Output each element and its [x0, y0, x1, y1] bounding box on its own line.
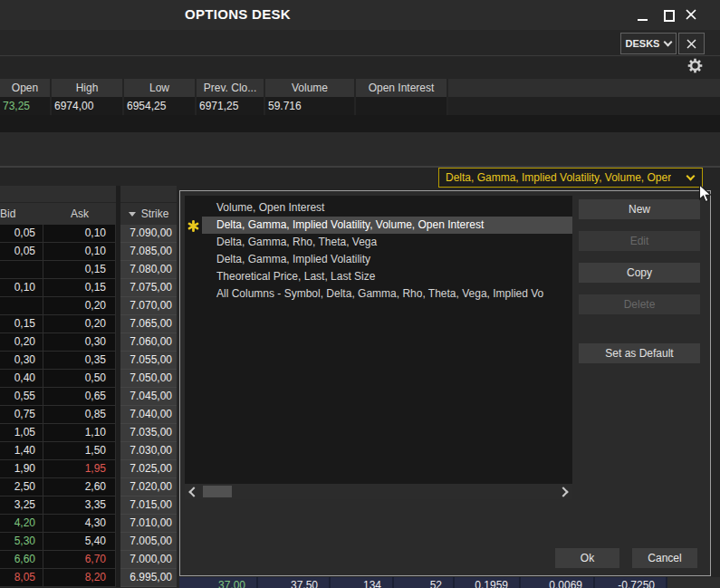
column-set-option[interactable]: Delta, Gamma, Rho, Theta, Vega: [185, 234, 572, 251]
strike-cell[interactable]: 7.090,00: [120, 225, 177, 243]
selected-data-row[interactable]: 37,0037,50134520.19590.0069-0.7250: [179, 577, 667, 588]
ask-cell[interactable]: 6,70: [43, 551, 116, 569]
copy-button[interactable]: Copy: [579, 263, 700, 283]
top-table-cell[interactable]: 6971,25: [197, 97, 265, 115]
new-button[interactable]: New: [579, 199, 700, 219]
selected-row-cell[interactable]: 37,00: [179, 577, 258, 588]
selected-row-cell[interactable]: 52: [394, 577, 455, 588]
scroll-right-icon[interactable]: [558, 487, 568, 496]
column-set-option[interactable]: Delta, Gamma, Implied Volatility, Volume…: [185, 217, 572, 234]
ask-cell[interactable]: 0,10: [43, 243, 116, 261]
top-table-data-row[interactable]: 73,256974,006954,256971,2559.716: [0, 97, 720, 115]
chain-row[interactable]: 0,050,107.085,00: [0, 243, 177, 261]
ask-cell[interactable]: 8,20: [43, 569, 116, 587]
strike-cell[interactable]: 7.045,00: [120, 388, 177, 406]
chain-row[interactable]: 2,502,607.020,00: [0, 478, 177, 496]
bid-cell[interactable]: 4,20: [0, 515, 43, 533]
strike-cell[interactable]: 7.075,00: [120, 279, 177, 297]
ask-cell[interactable]: 0,20: [43, 315, 116, 333]
bid-column-header[interactable]: Bid: [0, 203, 43, 225]
selected-row-cell[interactable]: 0.0069: [521, 577, 595, 588]
column-set-option[interactable]: Volume, Open Interest: [185, 199, 572, 217]
chain-row[interactable]: 1,901,957.025,00: [0, 460, 177, 478]
top-table-cell[interactable]: 6954,25: [124, 97, 197, 115]
scroll-left-icon[interactable]: [188, 487, 198, 496]
top-table-header[interactable]: High: [52, 79, 124, 97]
ask-cell[interactable]: 0,15: [43, 279, 116, 297]
ask-cell[interactable]: 0,50: [43, 370, 116, 388]
top-table-cell[interactable]: 59.716: [265, 97, 356, 115]
chain-row[interactable]: 8,058,206.995,00: [0, 569, 177, 587]
bid-cell[interactable]: 2,50: [0, 478, 43, 496]
ask-cell[interactable]: 2,60: [43, 478, 116, 496]
ok-button[interactable]: Ok: [555, 548, 619, 568]
top-table-header[interactable]: Open: [0, 79, 52, 97]
strike-cell[interactable]: 7.015,00: [120, 496, 177, 515]
chain-row[interactable]: 4,204,307.010,00: [0, 515, 177, 533]
bid-cell[interactable]: 6,60: [0, 551, 43, 569]
bid-cell[interactable]: 0,40: [0, 370, 43, 388]
bid-cell[interactable]: [0, 297, 43, 315]
close-icon[interactable]: [685, 8, 701, 24]
bid-cell[interactable]: 1,90: [0, 460, 43, 478]
chain-row[interactable]: 0,150,207.065,00: [0, 315, 177, 333]
column-set-option[interactable]: Delta, Gamma, Implied Volatility: [185, 251, 572, 268]
bid-cell[interactable]: 0,75: [0, 406, 43, 424]
bid-cell[interactable]: 8,05: [0, 569, 43, 587]
ask-cell[interactable]: 1,10: [43, 424, 116, 442]
chain-row[interactable]: 0,157.080,00: [0, 261, 177, 279]
strike-cell[interactable]: 7.010,00: [120, 515, 177, 533]
chain-row[interactable]: 0,550,657.045,00: [0, 388, 177, 406]
chain-row[interactable]: 5,305,407.005,00: [0, 533, 177, 551]
chain-row[interactable]: 0,400,507.050,00: [0, 370, 177, 388]
strike-column-header[interactable]: Strike: [120, 203, 177, 225]
strike-cell[interactable]: 7.070,00: [120, 297, 177, 315]
chain-row[interactable]: 0,100,157.075,00: [0, 279, 177, 297]
strike-cell[interactable]: 7.025,00: [120, 460, 177, 478]
ask-cell[interactable]: 0,85: [43, 406, 116, 424]
strike-cell[interactable]: 7.060,00: [120, 333, 177, 352]
ask-cell[interactable]: 0,20: [43, 297, 116, 315]
gear-icon[interactable]: [686, 57, 704, 74]
bid-cell[interactable]: 0,20: [0, 333, 43, 352]
strike-cell[interactable]: 7.055,00: [120, 352, 177, 370]
bid-cell[interactable]: 1,40: [0, 442, 43, 460]
bid-cell[interactable]: 1,05: [0, 424, 43, 442]
ask-cell[interactable]: 0,15: [43, 261, 116, 279]
horizontal-scrollbar[interactable]: [185, 484, 572, 499]
bid-cell[interactable]: 0,30: [0, 352, 43, 370]
bid-cell[interactable]: 0,05: [0, 225, 43, 243]
edit-button[interactable]: Edit: [579, 231, 700, 251]
selected-row-cell[interactable]: -0.7250: [595, 577, 667, 588]
ask-cell[interactable]: 0,35: [43, 352, 116, 370]
cancel-button[interactable]: Cancel: [632, 548, 697, 568]
delete-button[interactable]: Delete: [579, 294, 700, 314]
bid-cell[interactable]: 0,05: [0, 243, 43, 261]
chain-row[interactable]: 0,050,107.090,00: [0, 225, 177, 243]
bid-cell[interactable]: 0,10: [0, 279, 43, 297]
ask-cell[interactable]: 3,35: [43, 496, 116, 515]
strike-cell[interactable]: 6.995,00: [120, 569, 177, 587]
top-table-header[interactable]: Prev. Clo...: [197, 79, 265, 97]
strike-cell[interactable]: 7.065,00: [120, 315, 177, 333]
desks-dropdown-button[interactable]: DESKS: [620, 33, 677, 54]
selected-row-cell[interactable]: 134: [331, 577, 394, 588]
ask-cell[interactable]: 0,65: [43, 388, 116, 406]
ask-cell[interactable]: 1,50: [43, 442, 116, 460]
strike-cell[interactable]: 7.020,00: [120, 478, 177, 496]
strike-cell[interactable]: 7.030,00: [120, 442, 177, 460]
strike-cell[interactable]: 7.005,00: [120, 533, 177, 551]
top-table-header[interactable]: Low: [124, 79, 197, 97]
chain-row[interactable]: 0,750,857.040,00: [0, 406, 177, 424]
ask-cell[interactable]: 4,30: [43, 515, 116, 533]
selected-row-cell[interactable]: 0.1959: [455, 577, 521, 588]
top-table-header[interactable]: Volume: [265, 79, 356, 97]
strike-cell[interactable]: 7.000,00: [120, 551, 177, 569]
column-set-option[interactable]: Theoretical Price, Last, Last Size: [185, 268, 572, 285]
ask-cell[interactable]: 0,10: [43, 225, 116, 243]
strike-cell[interactable]: 7.085,00: [120, 243, 177, 261]
top-table-cell[interactable]: 73,25: [0, 97, 52, 115]
ask-column-header[interactable]: Ask: [43, 203, 116, 225]
ask-cell[interactable]: 0,30: [43, 333, 116, 352]
scrollbar-thumb[interactable]: [203, 486, 232, 497]
